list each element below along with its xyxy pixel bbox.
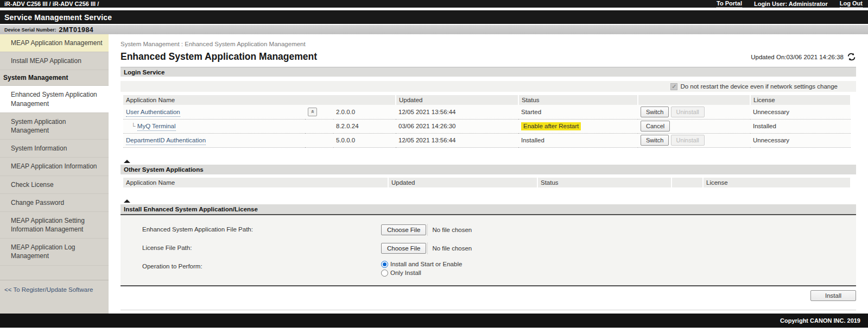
col-status: Status xyxy=(518,95,638,105)
app-version: 8.2.0.24 xyxy=(333,119,396,133)
breadcrumb: System Management : Enhanced System Appl… xyxy=(121,41,856,47)
main-content: System Management : Enhanced System Appl… xyxy=(109,34,868,314)
login-service-table: Application Name Updated Status License … xyxy=(123,95,851,148)
section-login-service-title: Login Service xyxy=(124,69,164,76)
serial-bar: Device Serial Number: 2MT01984 xyxy=(0,25,868,34)
app-file-path-label: Enhanced System Application File Path: xyxy=(142,224,381,233)
app-link-user-authentication[interactable]: User Authentication xyxy=(126,109,180,117)
radio-install-and-start-label: Install and Start or Enable xyxy=(390,261,462,267)
uninstall-button: Uninstall xyxy=(671,107,705,117)
radio-only-install-label: Only Install xyxy=(390,270,421,276)
other-apps-table: Application Name Updated Status License xyxy=(123,178,851,187)
app-version: 5.0.0.0 xyxy=(333,133,396,147)
install-button-row: Install xyxy=(121,290,856,301)
install-form: Enhanced System Application File Path: C… xyxy=(121,214,856,286)
scroll-to-top-icon[interactable] xyxy=(124,190,130,200)
app-license: Installed xyxy=(750,119,851,133)
logout-link[interactable]: Log Out xyxy=(840,0,863,8)
copyright-text: Copyright CANON INC. 2019 xyxy=(780,317,860,324)
app-status-highlighted: Enable after Restart xyxy=(521,122,581,130)
app-updated: 12/05 2021 13:56:44 xyxy=(396,133,518,147)
sidebar-item-meap-application-log-management[interactable]: MEAP Application Log Management xyxy=(0,239,109,265)
sidebar-item-meap-application-management[interactable]: MEAP Application Management xyxy=(0,34,109,52)
app-version: 2.0.0.0 xyxy=(333,105,396,119)
section-other-system-applications: Other System Applications xyxy=(121,165,856,174)
topbar-right: To Portal Login User: Administrator Log … xyxy=(717,0,863,8)
install-button[interactable]: Install xyxy=(810,290,856,301)
sidebar-item-meap-application-information[interactable]: MEAP Application Information xyxy=(0,158,109,176)
updated-on: Updated On:03/06 2021 14:26:38 xyxy=(751,53,856,61)
col-actions xyxy=(671,178,703,187)
sidebar-item-check-license[interactable]: Check License xyxy=(0,176,109,194)
sidebar-section-system-management: System Management xyxy=(0,70,109,86)
license-file-input: Choose File No file chosen xyxy=(381,242,472,254)
switch-button[interactable]: Switch xyxy=(641,135,669,146)
form-row-app-file-path: Enhanced System Application File Path: C… xyxy=(121,221,856,239)
col-application-name: Application Name xyxy=(123,95,396,105)
page-title: Enhanced System Application Management xyxy=(121,51,317,62)
do-not-restart-checkbox: ✓ xyxy=(670,83,677,90)
radio-checked-icon xyxy=(381,261,388,268)
service-title: Service Management Service xyxy=(4,13,112,22)
sidebar-item-install-meap-application[interactable]: Install MEAP Application xyxy=(0,52,109,70)
divider xyxy=(121,310,856,310)
collapse-button[interactable]: » xyxy=(308,108,317,116)
col-license: License xyxy=(750,95,851,105)
sidebar-item-meap-application-setting-information-management[interactable]: MEAP Application Setting Information Man… xyxy=(0,212,109,239)
refresh-icon[interactable] xyxy=(847,53,856,61)
scroll-to-top-icon[interactable] xyxy=(124,313,130,314)
scroll-to-top-icon[interactable] xyxy=(124,151,130,160)
choose-file-button[interactable]: Choose File xyxy=(381,224,426,235)
serial-label: Device Serial Number: xyxy=(4,27,56,33)
app-updated: 12/05 2021 13:56:44 xyxy=(396,105,518,119)
sidebar-item-enhanced-system-application-management[interactable]: Enhanced System Application Management xyxy=(0,86,109,112)
file-chosen-text: No file chosen xyxy=(427,242,472,254)
choose-file-button[interactable]: Choose File xyxy=(381,243,426,254)
section-install-enhanced: Install Enhanced System Application/Lice… xyxy=(121,204,856,214)
file-chosen-text: No file chosen xyxy=(427,224,472,236)
col-application-name: Application Name xyxy=(123,178,388,187)
operation-label: Operation to Perform: xyxy=(142,261,381,270)
app-status: Started xyxy=(518,105,638,119)
app-license: Unnecessary xyxy=(750,133,851,147)
sidebar-item-system-information[interactable]: System Information xyxy=(0,140,109,158)
login-service-header-row: Application Name Updated Status License xyxy=(123,95,851,105)
section-other-apps-title: Other System Applications xyxy=(124,166,204,173)
col-updated: Updated xyxy=(396,95,518,105)
switch-button[interactable]: Switch xyxy=(641,107,669,117)
table-row-myq-terminal: └MyQ Terminal 8.2.0.24 03/06 2021 14:26:… xyxy=(123,119,851,133)
radio-install-and-start[interactable]: Install and Start or Enable xyxy=(381,261,462,268)
restart-checkbox-row: ✓ Do not restart the device even if netw… xyxy=(121,81,856,92)
serial-value: 2MT01984 xyxy=(59,26,94,34)
double-chevron-up-icon: » xyxy=(309,110,315,114)
to-portal-link[interactable]: To Portal xyxy=(717,0,742,8)
body: MEAP Application Management Install MEAP… xyxy=(0,34,868,314)
cancel-button[interactable]: Cancel xyxy=(641,121,670,131)
sidebar-item-system-application-management[interactable]: System Application Management xyxy=(0,113,109,140)
login-user-label: Login User: Administrator xyxy=(754,1,828,7)
radio-only-install[interactable]: Only Install xyxy=(381,270,462,277)
device-title: iR-ADV C256 III / iR-ADV C256 III / xyxy=(4,1,99,7)
app-link-departmentid-authentication[interactable]: DepartmentID Authentication xyxy=(126,137,206,145)
app-link-myq-terminal[interactable]: MyQ Terminal xyxy=(137,123,176,131)
sidebar-link-to-register-update-software[interactable]: << To Register/Update Software xyxy=(0,280,109,297)
operation-radio-group: Install and Start or Enable Only Install xyxy=(381,261,462,277)
table-row-departmentid-authentication: DepartmentID Authentication 5.0.0.0 12/0… xyxy=(123,133,851,147)
service-title-bar: Service Management Service xyxy=(0,10,868,24)
col-license: License xyxy=(703,178,851,187)
app-updated: 03/06 2021 14:26:30 xyxy=(396,119,518,133)
radio-unchecked-icon xyxy=(381,270,388,277)
do-not-restart-label: Do not restart the device even if networ… xyxy=(680,83,838,90)
form-row-license-file-path: License File Path: Choose File No file c… xyxy=(121,239,856,258)
other-apps-header-row: Application Name Updated Status License xyxy=(123,178,851,187)
license-file-path-label: License File Path: xyxy=(142,242,381,251)
col-actions xyxy=(638,95,750,105)
table-row-user-authentication: User Authentication » 2.0.0.0 12/05 2021… xyxy=(123,105,851,119)
page: iR-ADV C256 III / iR-ADV C256 III / To P… xyxy=(0,0,868,332)
app-file-input: Choose File No file chosen xyxy=(381,224,472,236)
title-row: Enhanced System Application Management U… xyxy=(121,51,856,62)
section-login-service: Login Service xyxy=(121,67,856,77)
footer-bar: Copyright CANON INC. 2019 xyxy=(0,314,868,328)
col-updated: Updated xyxy=(388,178,537,187)
sidebar-item-change-password[interactable]: Change Password xyxy=(0,194,109,212)
